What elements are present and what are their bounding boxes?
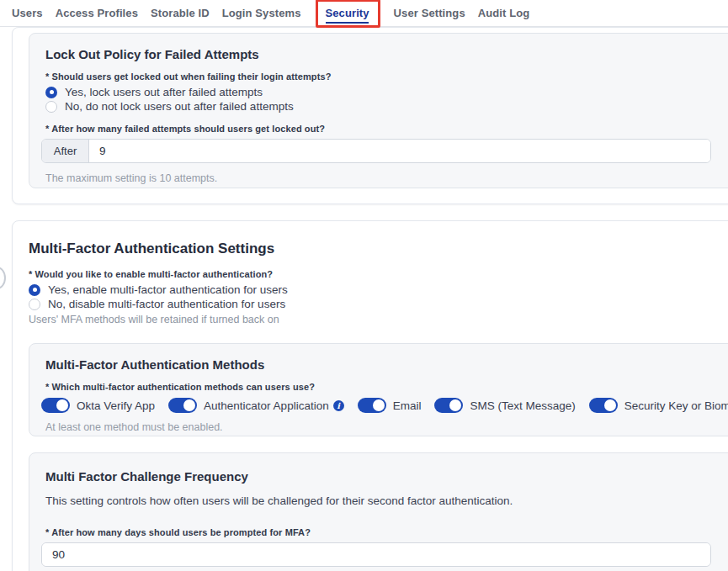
tab-user-settings[interactable]: User Settings	[394, 7, 465, 19]
tab-audit-log[interactable]: Audit Log	[478, 7, 530, 19]
okta-verify-toggle[interactable]	[41, 398, 70, 413]
lockout-question-label: * Should users get locked out when faili…	[45, 71, 711, 82]
tab-access-profiles[interactable]: Access Profiles	[56, 7, 138, 19]
security-key-label: Security Key or Biometric	[624, 399, 728, 412]
lockout-helper-text: The maximum setting is 10 attempts.	[45, 172, 711, 184]
tab-storable-id[interactable]: Storable ID	[151, 7, 210, 19]
mfa-methods-question-label: * Which multi-factor authentication meth…	[45, 382, 728, 392]
okta-verify-label: Okta Verify App	[77, 399, 155, 412]
mfa-days-input-group	[41, 542, 711, 567]
lockout-attempts-input-prefix: After	[42, 140, 89, 162]
lockout-policy-card: Lock Out Policy for Failed Attempts * Sh…	[29, 33, 728, 188]
settings-tab-bar: Users Access Profiles Storable ID Login …	[0, 0, 728, 27]
security-key-toggle[interactable]	[589, 398, 618, 413]
toggle-item-okta-verify: Okta Verify App	[41, 398, 155, 413]
mfa-days-input[interactable]	[42, 543, 710, 566]
lockout-policy-outer-card: Lock Out Policy for Failed Attempts * Sh…	[12, 27, 728, 204]
email-label: Email	[393, 399, 422, 412]
lockout-attempts-input[interactable]	[89, 140, 710, 162]
toggle-item-security-key: Security Key or Biometric i	[589, 398, 728, 413]
mfa-option-yes-label: Yes, enable multi-factor authentication …	[48, 283, 288, 296]
sms-toggle[interactable]	[434, 398, 463, 413]
lockout-option-yes[interactable]: Yes, lock users out after failed attempt…	[45, 85, 711, 99]
mfa-methods-card: Multi-Factor Authentication Methods * Wh…	[29, 343, 728, 436]
mfa-methods-helper-text: At least one method must be enabled.	[45, 421, 728, 433]
active-tab-underline	[326, 22, 369, 24]
tab-security-label: Security	[326, 7, 369, 19]
mfa-methods-title: Multi-Factor Authentication Methods	[45, 358, 728, 371]
mfa-option-yes[interactable]: Yes, enable multi-factor authentication …	[29, 283, 728, 297]
mfa-option-no[interactable]: No, disable multi-factor authentication …	[29, 297, 728, 311]
lockout-option-no[interactable]: No, do not lock users out after failed a…	[45, 99, 711, 114]
lockout-attempts-input-group: After	[41, 139, 711, 163]
mfa-frequency-card: Multi Factor Challenge Frequency This se…	[29, 452, 728, 571]
toggle-item-email: Email	[358, 398, 422, 413]
authenticator-app-toggle[interactable]	[168, 398, 197, 413]
lockout-option-no-label: No, do not lock users out after failed a…	[65, 100, 294, 113]
mfa-frequency-question-label: * After how many days should users be pr…	[45, 527, 711, 537]
radio-unselected-icon[interactable]	[29, 299, 40, 310]
info-icon[interactable]: i	[333, 400, 344, 411]
tab-users[interactable]: Users	[12, 7, 43, 19]
lockout-option-yes-label: Yes, lock users out after failed attempt…	[65, 86, 263, 98]
mfa-frequency-title: Multi Factor Challenge Frequency	[45, 470, 711, 483]
lockout-count-question-label: * After how many failed attempts should …	[45, 124, 711, 134]
radio-unselected-icon[interactable]	[45, 101, 57, 113]
tab-login-systems[interactable]: Login Systems	[222, 7, 301, 19]
tab-security[interactable]: Security	[326, 7, 369, 19]
email-toggle[interactable]	[358, 398, 386, 413]
toggle-item-authenticator-app: Authenticator Application i	[168, 398, 344, 413]
mfa-settings-title: Multi-Factor Authentication Settings	[29, 241, 728, 256]
lockout-policy-title: Lock Out Policy for Failed Attempts	[45, 48, 711, 61]
mfa-frequency-description: This setting controls how often users wi…	[45, 494, 711, 508]
sms-label: SMS (Text Message)	[470, 399, 575, 412]
radio-selected-icon[interactable]	[29, 284, 40, 296]
cut-off-circle-decoration	[0, 267, 6, 289]
authenticator-app-label: Authenticator Application	[204, 399, 329, 412]
toggle-item-sms: SMS (Text Message)	[434, 398, 575, 413]
mfa-option-no-label: No, disable multi-factor authentication …	[48, 298, 285, 310]
mfa-retained-note: Users' MFA methods will be retained if t…	[29, 314, 728, 325]
mfa-methods-toggle-row: Okta Verify App Authenticator Applicatio…	[41, 398, 728, 413]
mfa-settings-card: Multi-Factor Authentication Settings * W…	[12, 220, 728, 571]
mfa-enable-question-label: * Would you like to enable multi-factor …	[29, 269, 728, 279]
radio-selected-icon[interactable]	[45, 87, 57, 98]
